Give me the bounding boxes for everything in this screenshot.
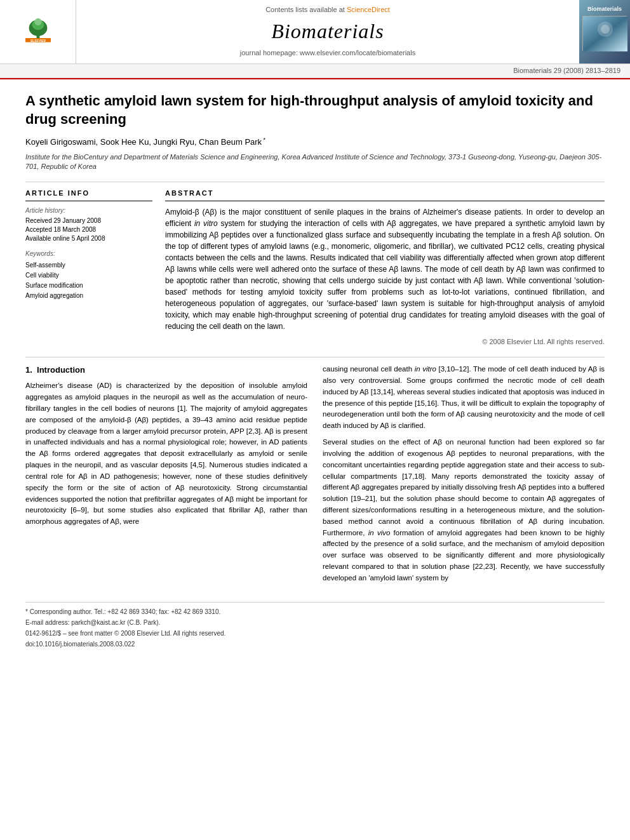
journal-homepage: journal homepage: www.elsevier.com/locat… (240, 48, 415, 58)
body-col-right: causing neuronal cell death in vitro [3,… (323, 364, 605, 589)
copyright-line: © 2008 Elsevier Ltd. All rights reserved… (165, 337, 605, 347)
section-1-title: 1. Introduction (25, 364, 307, 377)
body-para-3: Several studies on the effect of Aβ on n… (323, 437, 605, 584)
article-info-col: ARTICLE INFO Article history: Received 2… (25, 189, 152, 347)
available-date: Available online 5 April 2008 (25, 234, 152, 243)
keyword-3: Surface modification (25, 281, 152, 291)
keyword-1: Self-assembly (25, 260, 152, 270)
footnote-email: E-mail address: parkch@kaist.ac.kr (C.B.… (25, 618, 605, 627)
citation-bar: Biomaterials 29 (2008) 2813–2819 (0, 64, 630, 78)
journal-title: Biomaterials (271, 17, 384, 46)
cover-title: Biomaterials (587, 5, 622, 13)
affiliation: Institute for the BioCentury and Departm… (25, 152, 605, 172)
footnote-corresponding: * Corresponding author. Tel.: +82 42 869… (25, 608, 605, 617)
article-info-heading: ARTICLE INFO (25, 189, 152, 201)
elsevier-tree-icon: ELSEVIER (22, 18, 54, 43)
body-para-1: Alzheimer's disease (AD) is characterize… (25, 380, 307, 528)
abstract-text: Amyloid-β (Aβ) is the major constituent … (165, 206, 605, 332)
authors-names: Koyeli Girigoswami, Sook Hee Ku, Jungki … (25, 137, 262, 147)
sciencedirect-line: Contents lists available at ScienceDirec… (265, 5, 390, 15)
footnotes: * Corresponding author. Tel.: +82 42 869… (25, 602, 605, 649)
keywords-list: Self-assembly Cell viability Surface mod… (25, 260, 152, 301)
main-content: A synthetic amyloid lawn system for high… (0, 79, 630, 663)
history-label: Article history: (25, 206, 152, 215)
abstract-heading: ABSTRACT (165, 189, 605, 201)
article-title: A synthetic amyloid lawn system for high… (25, 92, 605, 128)
sciencedirect-text: Contents lists available at (265, 6, 345, 13)
svg-point-3 (34, 18, 41, 25)
keywords-label: Keywords: (25, 250, 152, 258)
journal-header: ELSEVIER Contents lists available at Sci… (0, 0, 630, 79)
cover-image (582, 16, 627, 51)
footnote-doi: doi:10.1016/j.biomaterials.2008.03.022 (25, 640, 605, 649)
received-date: Received 29 January 2008 (25, 217, 152, 225)
header-center: Contents lists available at ScienceDirec… (76, 0, 579, 63)
body-para-2: causing neuronal cell death in vitro [3,… (323, 364, 605, 432)
divider-1 (25, 182, 605, 182)
keyword-4: Amyloid aggregation (25, 291, 152, 301)
body-content: 1. Introduction Alzheimer's disease (AD)… (25, 364, 605, 589)
sciencedirect-link[interactable]: ScienceDirect (347, 6, 390, 13)
accepted-date: Accepted 18 March 2008 (25, 225, 152, 234)
elsevier-logo: ELSEVIER (0, 0, 76, 63)
authors-line: Koyeli Girigoswami, Sook Hee Ku, Jungki … (25, 136, 605, 149)
journal-cover: Biomaterials (579, 0, 630, 63)
footnote-license: 0142-9612/$ – see front matter © 2008 El… (25, 629, 605, 638)
divider-2 (25, 357, 605, 357)
svg-point-8 (601, 25, 610, 34)
corresponding-mark: * (262, 137, 265, 143)
body-col-left: 1. Introduction Alzheimer's disease (AD)… (25, 364, 307, 589)
keyword-2: Cell viability (25, 270, 152, 281)
svg-text:ELSEVIER: ELSEVIER (30, 39, 46, 43)
abstract-col: ABSTRACT Amyloid-β (Aβ) is the major con… (165, 189, 605, 347)
info-abstract-cols: ARTICLE INFO Article history: Received 2… (25, 189, 605, 347)
header-top: ELSEVIER Contents lists available at Sci… (0, 0, 630, 64)
